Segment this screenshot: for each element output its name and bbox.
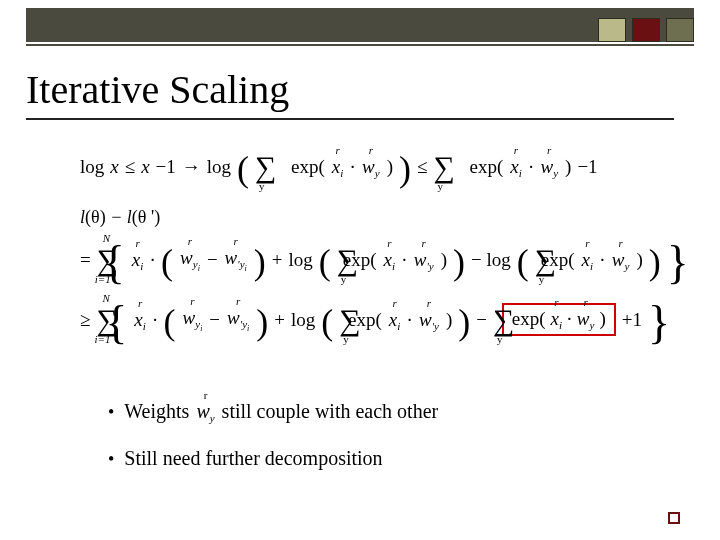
header-square-2 [632,18,660,42]
slide-title: Iterative Scaling [26,66,289,113]
sum-i-2: ∑ N i=1 [96,299,99,339]
equation-line-3: ≥ ∑ N i=1 { xi · ( wyi − w'yi ) + log ( … [80,296,670,342]
bullet-1-text-a: Weights [124,400,189,422]
header-square-3 [666,18,694,42]
bullet-1: Weights wy still couple with each other [108,400,438,423]
bullet-2-text: Still need further decomposition [124,447,382,470]
highlighted-term: exp( xi · wy ) [502,303,616,336]
bullet-dot-icon [108,447,114,470]
equation-line-2: = ∑ N i=1 { xi · ( wyi − w'yi ) + log ( … [80,236,670,282]
likelihood-difference: l(θ) − l(θ ') [80,208,670,226]
bullet-2: Still need further decomposition [108,447,438,470]
bullet-list: Weights wy still couple with each other … [108,400,438,494]
equation-line-1: log x ≤ x −1 → log ( ∑ y exp( xi · wy ) … [80,146,670,186]
header-underline [26,44,694,46]
sum-y-2: ∑ y [433,146,463,186]
header-square-1 [598,18,626,42]
footer-square-icon [668,512,680,524]
title-underline [26,118,674,120]
bullet-1-text-b: still couple with each other [222,400,439,422]
math-block: log x ≤ x −1 → log ( ∑ y exp( xi · wy ) … [80,140,670,342]
header-bar [26,8,694,42]
weight-vector-symbol: wy [194,400,216,423]
bullet-dot-icon [108,400,114,423]
sum-y-1: ∑ y [255,146,285,186]
slide: Iterative Scaling log x ≤ x −1 → log ( ∑… [0,0,720,540]
